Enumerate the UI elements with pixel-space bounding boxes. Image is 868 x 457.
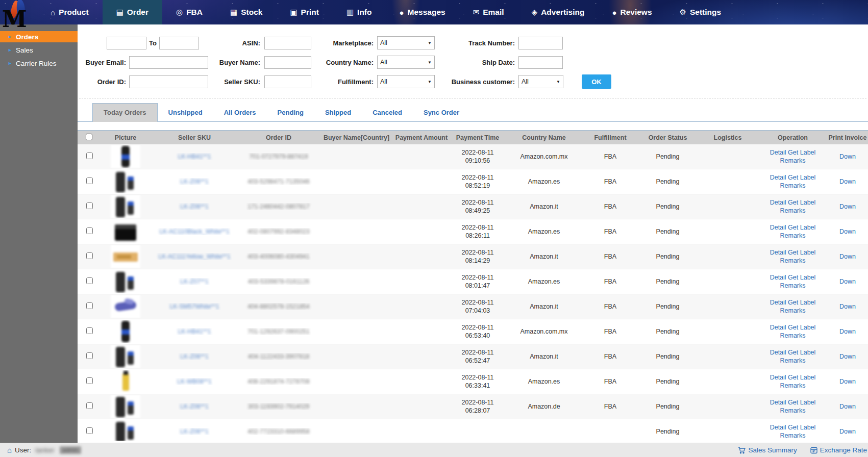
detail-get-label-link[interactable]: Detail Get Label bbox=[758, 348, 827, 357]
date-to-input[interactable] bbox=[159, 37, 199, 49]
nav-item[interactable]: Reviews bbox=[598, 0, 665, 24]
nav-item[interactable]: Order bbox=[103, 0, 162, 24]
remarks-link[interactable]: Remarks bbox=[758, 307, 827, 315]
product-image[interactable] bbox=[111, 195, 140, 218]
detail-get-label-link[interactable]: Detail Get Label bbox=[758, 148, 827, 157]
row-checkbox[interactable] bbox=[86, 252, 93, 259]
download-invoice-link[interactable]: Down bbox=[839, 153, 856, 160]
row-checkbox[interactable] bbox=[86, 153, 93, 159]
seller-sku-link[interactable]: LK-AC110Black_White**1 bbox=[159, 228, 229, 235]
row-checkbox[interactable] bbox=[86, 277, 93, 284]
product-image[interactable] bbox=[111, 170, 140, 193]
remarks-link[interactable]: Remarks bbox=[758, 257, 827, 265]
remarks-link[interactable]: Remarks bbox=[758, 207, 827, 215]
ok-button[interactable]: OK bbox=[582, 74, 611, 89]
detail-get-label-link[interactable]: Detail Get Label bbox=[758, 248, 827, 257]
product-image[interactable] bbox=[111, 220, 140, 243]
remarks-link[interactable]: Remarks bbox=[758, 182, 827, 190]
row-checkbox[interactable] bbox=[86, 427, 93, 434]
sidebar-item[interactable]: ► Orders bbox=[0, 31, 78, 42]
seller-sku-link[interactable]: LK-Z07**1 bbox=[180, 278, 208, 285]
nav-item[interactable]: Messages bbox=[385, 0, 459, 24]
product-image[interactable] bbox=[111, 420, 140, 441]
detail-get-label-link[interactable]: Detail Get Label bbox=[758, 173, 827, 182]
row-checkbox[interactable] bbox=[86, 227, 93, 234]
nav-item[interactable]: Product bbox=[37, 0, 103, 24]
product-image[interactable] bbox=[111, 145, 140, 168]
detail-get-label-link[interactable]: Detail Get Label bbox=[758, 273, 827, 282]
detail-get-label-link[interactable]: Detail Get Label bbox=[758, 298, 827, 307]
download-invoice-link[interactable]: Down bbox=[839, 178, 856, 185]
seller-sku-link[interactable]: LK-Z06**1 bbox=[180, 403, 208, 410]
remarks-link[interactable]: Remarks bbox=[758, 407, 827, 415]
remarks-link[interactable]: Remarks bbox=[758, 357, 827, 365]
detail-get-label-link[interactable]: Detail Get Label bbox=[758, 373, 827, 382]
order-tab[interactable]: Shipped bbox=[314, 104, 362, 121]
sidebar-item[interactable]: ► Sales bbox=[0, 44, 78, 56]
select-all-checkbox[interactable] bbox=[86, 134, 92, 140]
product-image[interactable] bbox=[111, 395, 140, 418]
product-image[interactable] bbox=[111, 370, 140, 393]
download-invoice-link[interactable]: Down bbox=[839, 378, 856, 385]
nav-item[interactable]: Info bbox=[333, 0, 386, 24]
download-invoice-link[interactable]: Down bbox=[839, 203, 856, 210]
seller-sku-link[interactable]: LK-Z06**1 bbox=[180, 428, 208, 435]
app-logo[interactable]: M bbox=[1, 0, 34, 30]
nav-item[interactable]: Settings bbox=[666, 0, 735, 24]
seller-sku-link[interactable]: LK-SM57White**1 bbox=[170, 303, 219, 310]
download-invoice-link[interactable]: Down bbox=[839, 353, 856, 360]
row-checkbox[interactable] bbox=[86, 302, 93, 309]
download-invoice-link[interactable]: Down bbox=[839, 303, 856, 310]
seller-sku-input[interactable] bbox=[264, 75, 311, 88]
seller-sku-link[interactable]: LK-HB41**1 bbox=[178, 153, 211, 160]
business-customer-select[interactable]: All bbox=[518, 75, 563, 88]
seller-sku-link[interactable]: LK-HB41**1 bbox=[178, 328, 211, 335]
row-checkbox[interactable] bbox=[86, 352, 93, 359]
seller-sku-link[interactable]: LK-Z06**1 bbox=[180, 353, 208, 360]
sales-summary-link[interactable]: Sales Summary bbox=[738, 446, 797, 454]
row-checkbox[interactable] bbox=[86, 402, 93, 409]
product-image[interactable] bbox=[111, 320, 140, 343]
seller-sku-link[interactable]: LK-WB08**1 bbox=[177, 378, 211, 385]
seller-sku-link[interactable]: LK-Z06**1 bbox=[180, 203, 208, 210]
buyer-email-input[interactable] bbox=[129, 56, 208, 69]
download-invoice-link[interactable]: Down bbox=[839, 328, 856, 335]
detail-get-label-link[interactable]: Detail Get Label bbox=[758, 398, 827, 407]
nav-item[interactable]: FBA bbox=[162, 0, 216, 24]
product-image[interactable] bbox=[111, 295, 140, 318]
detail-get-label-link[interactable]: Detail Get Label bbox=[758, 198, 827, 207]
remarks-link[interactable]: Remarks bbox=[758, 232, 827, 240]
ship-date-input[interactable] bbox=[518, 56, 563, 69]
remarks-link[interactable]: Remarks bbox=[758, 431, 827, 440]
sidebar-item[interactable]: ► Carrier Rules bbox=[0, 58, 78, 69]
row-checkbox[interactable] bbox=[86, 177, 93, 184]
order-id-input[interactable] bbox=[129, 75, 208, 88]
remarks-link[interactable]: Remarks bbox=[758, 332, 827, 340]
nav-item[interactable]: Stock bbox=[216, 0, 276, 24]
product-image[interactable] bbox=[111, 245, 140, 268]
order-tab[interactable]: Pending bbox=[267, 104, 314, 121]
nav-item[interactable]: Advertising bbox=[518, 0, 599, 24]
order-tab[interactable]: Sync Order bbox=[413, 104, 470, 121]
row-checkbox[interactable] bbox=[86, 327, 93, 334]
nav-item[interactable]: Email bbox=[459, 0, 518, 24]
fulfillment-select[interactable]: All bbox=[377, 75, 435, 88]
track-number-input[interactable] bbox=[518, 37, 563, 49]
order-tab[interactable]: Today Orders bbox=[92, 103, 158, 122]
country-name-select[interactable]: All bbox=[377, 56, 435, 69]
download-invoice-link[interactable]: Down bbox=[839, 403, 856, 410]
order-tab[interactable]: Canceled bbox=[362, 104, 413, 121]
exchange-rate-link[interactable]: Exchange Rate bbox=[810, 446, 867, 454]
download-invoice-link[interactable]: Down bbox=[839, 278, 856, 285]
remarks-link[interactable]: Remarks bbox=[758, 282, 827, 290]
download-invoice-link[interactable]: Down bbox=[839, 253, 856, 260]
product-image[interactable] bbox=[111, 345, 140, 368]
product-image[interactable] bbox=[111, 270, 140, 293]
marketplace-select[interactable]: All bbox=[377, 36, 435, 49]
detail-get-label-link[interactable]: Detail Get Label bbox=[758, 423, 827, 431]
seller-sku-link[interactable]: LK-AC111Yellow_White**1 bbox=[158, 253, 230, 260]
download-invoice-link[interactable]: Down bbox=[839, 428, 856, 435]
order-tab[interactable]: Unshipped bbox=[158, 104, 213, 121]
row-checkbox[interactable] bbox=[86, 377, 93, 384]
asin-input[interactable] bbox=[264, 37, 311, 49]
